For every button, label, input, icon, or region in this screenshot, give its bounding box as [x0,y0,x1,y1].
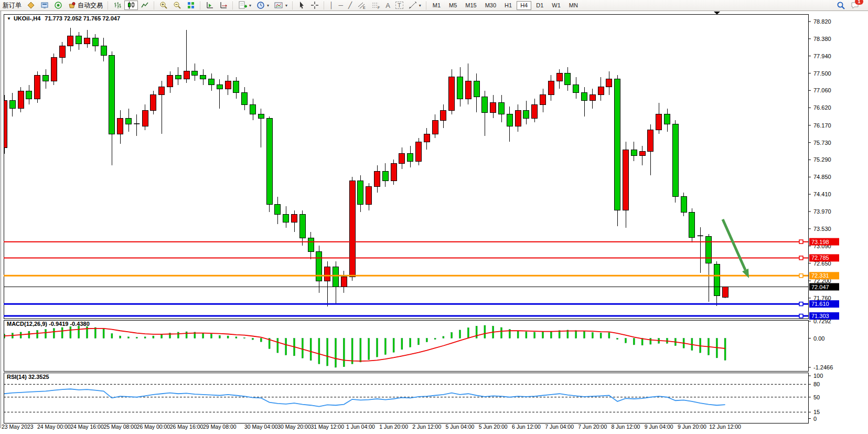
chart-canvas[interactable]: 78.82078.38077.94077.50077.06076.62076.1… [0,0,868,434]
autotrading-label: 自动交易 [78,1,103,10]
toolbar-separator [426,2,427,9]
zoom-out-button[interactable] [170,1,184,10]
toolbar-separator [200,2,201,9]
timeframe-button-w1[interactable]: W1 [548,1,564,10]
svg-text:0: 0 [813,416,817,422]
new-order-label: 新订单 [3,1,22,10]
templates-button[interactable]: ▾ [272,1,290,10]
timeframe-toolbar: M1M5M15M30H1H4D1W1MN [429,1,582,10]
svg-text:75.730: 75.730 [813,140,831,146]
chart-shift-button[interactable] [203,1,217,10]
timeframe-button-m30[interactable]: M30 [481,1,500,10]
channel-tool-button[interactable]: E [355,1,369,10]
indicators-add-icon [238,1,247,9]
candlestick-chart-icon [127,1,135,9]
autotrading-icon [68,1,76,9]
price-axis[interactable]: 78.82078.38077.94077.50077.06076.62076.1… [808,18,839,422]
periods-button[interactable]: ▾ [254,1,272,10]
arrows-tool-icon [409,1,417,9]
fibonacci-icon: F [371,1,380,9]
crosshair-icon [310,1,319,9]
zoom-out-icon [173,1,181,9]
chart-autoscroll-icon [219,1,228,9]
vertical-line-tool-button[interactable]: │ [327,1,336,10]
text-tool-button[interactable]: A [383,1,393,10]
equidistant-channel-icon: E [357,1,366,9]
bar-chart-button[interactable] [111,1,124,10]
time-label: 1 Jun 04:00 [346,424,375,430]
time-label: 9 Jun 20:00 [678,424,706,430]
toolbar-separator [324,2,325,9]
chart-symbol-period: UKOil-,H4 [14,15,40,22]
toolbar: 新订单 自动交易 ▾ ▾ ▾ │ ─ [0,0,868,11]
timeframe-button-m5[interactable]: M5 [445,1,460,10]
arrows-tool-button[interactable]: ▾ [406,1,424,10]
time-axis[interactable]: 23 May 202324 May 00:0024 May 16:0025 Ma… [2,424,741,430]
line-chart-button[interactable] [138,1,152,10]
autotrading-button[interactable]: 自动交易 [65,1,105,10]
dropdown-caret-icon: ▾ [249,3,251,8]
templates-icon [274,1,283,9]
tile-windows-icon [187,1,195,9]
time-label: 23 May 2023 [2,424,34,430]
dropdown-caret-icon: ▾ [419,3,421,8]
svg-text:E: E [363,6,366,9]
svg-text:50: 50 [813,394,820,400]
time-label: 29 May 08:00 [203,424,237,430]
svg-text:80: 80 [813,381,820,387]
time-label: 9 Jun 04:00 [645,424,673,430]
svg-text:0.00: 0.00 [813,335,824,342]
clock-icon [256,1,265,9]
fibonacci-tool-button[interactable]: F [369,1,383,10]
vertical-line-icon: │ [329,2,334,9]
chart-autoscroll-button[interactable] [217,1,230,10]
time-label: 5 Jun 04:00 [446,424,475,430]
new-order-button[interactable]: 新订单 [0,1,24,10]
timeframe-button-d1[interactable]: D1 [532,1,547,10]
candlestick-chart-button[interactable] [124,1,138,10]
chart-shift-icon [206,1,214,9]
cursor-button[interactable] [295,1,308,10]
macd-label: MACD(12,26,9) -0.9419 -0.4380 [7,321,90,327]
search-button[interactable] [834,1,848,10]
svg-text:74.850: 74.850 [813,174,831,180]
data-window-button[interactable] [38,1,51,10]
timeframe-button-h4[interactable]: H4 [517,1,531,10]
symbol-dropdown-icon[interactable]: ▼ [7,16,11,21]
svg-text:76.620: 76.620 [813,104,831,111]
timeframe-button-m1[interactable]: M1 [429,1,444,10]
timeframe-button-mn[interactable]: MN [565,1,582,10]
svg-text:78.380: 78.380 [813,36,831,42]
svg-text:73.198: 73.198 [811,239,829,245]
notifications-button[interactable]: 1 [848,1,863,10]
time-label: 25 May 08:00 [103,424,137,430]
time-label: 7 Jun 04:00 [545,424,574,430]
timeframe-button-m15[interactable]: M15 [462,1,480,10]
rsi-label: RSI(14) 32.3525 [7,374,49,380]
svg-text:F: F [378,6,380,9]
trendline-tool-button[interactable]: ╱ [346,1,355,10]
tile-windows-button[interactable] [184,1,198,10]
zoom-in-button[interactable] [157,1,170,10]
svg-text:100: 100 [813,373,823,379]
time-label: 24 May 00:00 [37,424,71,430]
svg-text:77.940: 77.940 [813,53,831,59]
timeframe-button-h1[interactable]: H1 [501,1,516,10]
indicators-button[interactable]: ▾ [235,1,254,10]
chart-title: ▼UKOil-,H471.773 72.052 71.765 72.047 [7,15,120,22]
svg-text:-1.2466: -1.2466 [813,364,833,371]
svg-text:77.060: 77.060 [813,87,831,93]
navigator-button[interactable] [51,1,65,10]
toolbar-separator [108,2,109,9]
time-label: 5 Jun 20:00 [479,424,508,430]
time-label: 12 Jun 12:00 [709,424,741,430]
time-label: 2 Jun 12:00 [412,424,441,430]
market-watch-button[interactable] [24,1,38,10]
price-shift-marker-icon[interactable] [714,12,720,15]
crosshair-button[interactable] [308,1,322,10]
time-label: 26 May 00:00 [137,424,170,430]
text-tool-icon: A [385,2,390,9]
svg-text:73.530: 73.530 [813,226,831,232]
label-tool-button[interactable]: T [393,1,406,10]
horizontal-line-tool-button[interactable]: ─ [336,1,346,10]
